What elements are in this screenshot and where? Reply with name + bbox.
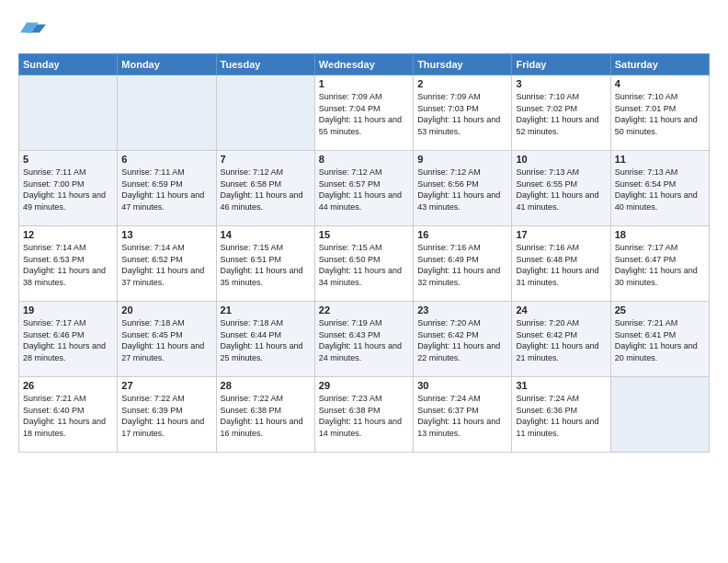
day-number: 29 bbox=[319, 380, 409, 391]
calendar-cell: 20Sunrise: 7:18 AM Sunset: 6:45 PM Dayli… bbox=[118, 302, 216, 377]
calendar-cell: 24Sunrise: 7:20 AM Sunset: 6:42 PM Dayli… bbox=[512, 302, 610, 377]
cell-info: Sunrise: 7:24 AM Sunset: 6:37 PM Dayligh… bbox=[417, 393, 507, 439]
day-number: 3 bbox=[516, 78, 606, 89]
calendar-header-row: SundayMondayTuesdayWednesdayThursdayFrid… bbox=[19, 54, 710, 75]
cell-info: Sunrise: 7:20 AM Sunset: 6:42 PM Dayligh… bbox=[516, 317, 606, 363]
cell-info: Sunrise: 7:24 AM Sunset: 6:36 PM Dayligh… bbox=[516, 393, 606, 439]
logo-icon bbox=[20, 15, 46, 40]
day-number: 11 bbox=[615, 154, 705, 165]
day-number: 19 bbox=[23, 304, 113, 316]
cell-info: Sunrise: 7:16 AM Sunset: 6:48 PM Dayligh… bbox=[516, 242, 606, 288]
calendar-cell: 29Sunrise: 7:23 AM Sunset: 6:38 PM Dayli… bbox=[314, 377, 413, 453]
calendar-cell: 12Sunrise: 7:14 AM Sunset: 6:53 PM Dayli… bbox=[19, 226, 118, 302]
calendar-cell: 23Sunrise: 7:20 AM Sunset: 6:42 PM Dayli… bbox=[414, 302, 512, 377]
calendar-cell bbox=[216, 75, 314, 151]
calendar-cell: 1Sunrise: 7:09 AM Sunset: 7:04 PM Daylig… bbox=[314, 75, 413, 151]
calendar-cell: 17Sunrise: 7:16 AM Sunset: 6:48 PM Dayli… bbox=[512, 226, 610, 302]
calendar-cell: 27Sunrise: 7:22 AM Sunset: 6:39 PM Dayli… bbox=[118, 377, 216, 453]
day-number: 30 bbox=[417, 380, 507, 391]
day-number: 21 bbox=[221, 304, 311, 316]
calendar-cell: 14Sunrise: 7:15 AM Sunset: 6:51 PM Dayli… bbox=[216, 226, 314, 302]
header-day-wednesday: Wednesday bbox=[314, 54, 413, 75]
calendar-cell: 25Sunrise: 7:21 AM Sunset: 6:41 PM Dayli… bbox=[610, 302, 709, 377]
cell-info: Sunrise: 7:11 AM Sunset: 6:59 PM Dayligh… bbox=[121, 167, 211, 213]
day-number: 20 bbox=[121, 304, 211, 316]
day-number: 13 bbox=[121, 229, 211, 240]
day-number: 7 bbox=[221, 154, 311, 165]
calendar-cell: 30Sunrise: 7:24 AM Sunset: 6:37 PM Dayli… bbox=[414, 377, 512, 453]
day-number: 22 bbox=[319, 304, 409, 316]
calendar-week-row: 19Sunrise: 7:17 AM Sunset: 6:46 PM Dayli… bbox=[19, 302, 710, 377]
calendar-cell: 13Sunrise: 7:14 AM Sunset: 6:52 PM Dayli… bbox=[118, 226, 216, 302]
calendar-cell: 16Sunrise: 7:16 AM Sunset: 6:49 PM Dayli… bbox=[414, 226, 512, 302]
calendar-cell bbox=[19, 75, 118, 151]
day-number: 24 bbox=[516, 304, 606, 316]
calendar-cell: 9Sunrise: 7:12 AM Sunset: 6:56 PM Daylig… bbox=[414, 151, 512, 226]
header bbox=[18, 15, 710, 44]
calendar-cell: 11Sunrise: 7:13 AM Sunset: 6:54 PM Dayli… bbox=[610, 151, 709, 226]
day-number: 23 bbox=[417, 304, 507, 316]
cell-info: Sunrise: 7:11 AM Sunset: 7:00 PM Dayligh… bbox=[23, 167, 113, 213]
cell-info: Sunrise: 7:20 AM Sunset: 6:42 PM Dayligh… bbox=[417, 317, 507, 363]
calendar-cell: 7Sunrise: 7:12 AM Sunset: 6:58 PM Daylig… bbox=[216, 151, 314, 226]
calendar-cell: 18Sunrise: 7:17 AM Sunset: 6:47 PM Dayli… bbox=[610, 226, 709, 302]
cell-info: Sunrise: 7:15 AM Sunset: 6:51 PM Dayligh… bbox=[221, 242, 311, 288]
calendar-cell: 10Sunrise: 7:13 AM Sunset: 6:55 PM Dayli… bbox=[512, 151, 610, 226]
header-day-monday: Monday bbox=[118, 54, 216, 75]
cell-info: Sunrise: 7:15 AM Sunset: 6:50 PM Dayligh… bbox=[319, 242, 409, 288]
logo bbox=[18, 15, 46, 44]
day-number: 1 bbox=[319, 78, 409, 89]
calendar-table: SundayMondayTuesdayWednesdayThursdayFrid… bbox=[18, 53, 710, 453]
calendar-cell: 6Sunrise: 7:11 AM Sunset: 6:59 PM Daylig… bbox=[118, 151, 216, 226]
day-number: 17 bbox=[516, 229, 606, 240]
day-number: 31 bbox=[516, 380, 606, 391]
cell-info: Sunrise: 7:09 AM Sunset: 7:03 PM Dayligh… bbox=[417, 91, 507, 137]
cell-info: Sunrise: 7:21 AM Sunset: 6:41 PM Dayligh… bbox=[615, 317, 705, 363]
calendar-cell: 3Sunrise: 7:10 AM Sunset: 7:02 PM Daylig… bbox=[512, 75, 610, 151]
cell-info: Sunrise: 7:18 AM Sunset: 6:45 PM Dayligh… bbox=[121, 317, 211, 363]
calendar-week-row: 26Sunrise: 7:21 AM Sunset: 6:40 PM Dayli… bbox=[19, 377, 710, 453]
day-number: 2 bbox=[417, 78, 507, 89]
page: SundayMondayTuesdayWednesdayThursdayFrid… bbox=[0, 0, 728, 563]
day-number: 27 bbox=[121, 380, 211, 391]
day-number: 5 bbox=[23, 154, 113, 165]
cell-info: Sunrise: 7:12 AM Sunset: 6:57 PM Dayligh… bbox=[319, 167, 409, 213]
calendar-cell: 28Sunrise: 7:22 AM Sunset: 6:38 PM Dayli… bbox=[216, 377, 314, 453]
cell-info: Sunrise: 7:10 AM Sunset: 7:02 PM Dayligh… bbox=[516, 91, 606, 137]
calendar-cell: 5Sunrise: 7:11 AM Sunset: 7:00 PM Daylig… bbox=[19, 151, 118, 226]
header-day-tuesday: Tuesday bbox=[216, 54, 314, 75]
day-number: 9 bbox=[417, 154, 507, 165]
day-number: 18 bbox=[615, 229, 705, 240]
calendar-week-row: 5Sunrise: 7:11 AM Sunset: 7:00 PM Daylig… bbox=[19, 151, 710, 226]
day-number: 16 bbox=[417, 229, 507, 240]
calendar-week-row: 12Sunrise: 7:14 AM Sunset: 6:53 PM Dayli… bbox=[19, 226, 710, 302]
header-day-sunday: Sunday bbox=[19, 54, 118, 75]
calendar-cell: 4Sunrise: 7:10 AM Sunset: 7:01 PM Daylig… bbox=[610, 75, 709, 151]
calendar-cell: 21Sunrise: 7:18 AM Sunset: 6:44 PM Dayli… bbox=[216, 302, 314, 377]
header-day-thursday: Thursday bbox=[414, 54, 512, 75]
cell-info: Sunrise: 7:09 AM Sunset: 7:04 PM Dayligh… bbox=[319, 91, 409, 137]
calendar-cell: 31Sunrise: 7:24 AM Sunset: 6:36 PM Dayli… bbox=[512, 377, 610, 453]
day-number: 8 bbox=[319, 154, 409, 165]
calendar-cell: 8Sunrise: 7:12 AM Sunset: 6:57 PM Daylig… bbox=[314, 151, 413, 226]
cell-info: Sunrise: 7:22 AM Sunset: 6:39 PM Dayligh… bbox=[121, 393, 211, 439]
day-number: 26 bbox=[23, 380, 113, 391]
day-number: 14 bbox=[221, 229, 311, 240]
cell-info: Sunrise: 7:16 AM Sunset: 6:49 PM Dayligh… bbox=[417, 242, 507, 288]
day-number: 12 bbox=[23, 229, 113, 240]
cell-info: Sunrise: 7:19 AM Sunset: 6:43 PM Dayligh… bbox=[319, 317, 409, 363]
calendar-cell: 26Sunrise: 7:21 AM Sunset: 6:40 PM Dayli… bbox=[19, 377, 118, 453]
cell-info: Sunrise: 7:17 AM Sunset: 6:46 PM Dayligh… bbox=[23, 317, 113, 363]
cell-info: Sunrise: 7:14 AM Sunset: 6:52 PM Dayligh… bbox=[121, 242, 211, 288]
calendar-cell: 2Sunrise: 7:09 AM Sunset: 7:03 PM Daylig… bbox=[414, 75, 512, 151]
day-number: 28 bbox=[221, 380, 311, 391]
cell-info: Sunrise: 7:10 AM Sunset: 7:01 PM Dayligh… bbox=[615, 91, 705, 137]
cell-info: Sunrise: 7:22 AM Sunset: 6:38 PM Dayligh… bbox=[221, 393, 311, 439]
day-number: 25 bbox=[615, 304, 705, 316]
cell-info: Sunrise: 7:12 AM Sunset: 6:56 PM Dayligh… bbox=[417, 167, 507, 213]
cell-info: Sunrise: 7:18 AM Sunset: 6:44 PM Dayligh… bbox=[221, 317, 311, 363]
cell-info: Sunrise: 7:12 AM Sunset: 6:58 PM Dayligh… bbox=[221, 167, 311, 213]
calendar-cell bbox=[118, 75, 216, 151]
day-number: 15 bbox=[319, 229, 409, 240]
cell-info: Sunrise: 7:21 AM Sunset: 6:40 PM Dayligh… bbox=[23, 393, 113, 439]
